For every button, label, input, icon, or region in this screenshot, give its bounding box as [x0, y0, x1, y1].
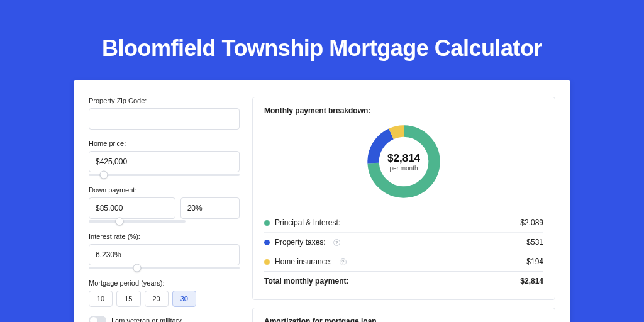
period-btn-20[interactable]: 20 — [145, 291, 169, 307]
legend-label: Home insurance: — [275, 257, 332, 266]
down-payment-label: Down payment: — [89, 186, 240, 194]
help-icon[interactable]: ? — [333, 239, 340, 246]
period-buttons: 10 15 20 30 — [89, 291, 240, 307]
legend-value: $194 — [526, 257, 543, 266]
veteran-row: I am veteran or military — [89, 316, 240, 322]
legend-label: Principal & Interest: — [275, 218, 340, 227]
interest-label: Interest rate (%): — [89, 233, 240, 240]
total-label: Total monthly payment: — [264, 277, 348, 286]
breakdown-title: Monthly payment breakdown: — [264, 106, 543, 115]
veteran-toggle[interactable] — [89, 316, 106, 322]
zip-label: Property Zip Code: — [89, 97, 240, 104]
period-btn-30[interactable]: 30 — [172, 291, 196, 307]
period-btn-10[interactable]: 10 — [89, 291, 113, 307]
home-price-slider[interactable] — [89, 174, 240, 176]
total-value: $2,814 — [520, 277, 543, 286]
veteran-label: I am veteran or military — [111, 317, 182, 322]
legend-value: $531 — [526, 238, 543, 247]
breakdown-panel: Monthly payment breakdown: $2,814 per mo… — [252, 97, 555, 300]
interest-slider[interactable] — [89, 267, 240, 269]
donut-amount: $2,814 — [387, 152, 420, 165]
legend-row: Home insurance:?$194 — [264, 252, 543, 271]
amortization-title: Amortization for mortgage loan — [264, 317, 543, 322]
down-payment-pct-input[interactable] — [180, 197, 240, 219]
down-payment-slider[interactable] — [89, 220, 186, 223]
slider-thumb[interactable] — [133, 264, 141, 272]
amortization-panel: Amortization for mortgage loan Amortizat… — [252, 308, 555, 322]
legend-dot — [264, 220, 270, 226]
page-title: Bloomfield Township Mortgage Calculator — [0, 0, 644, 80]
down-payment-amount-input[interactable] — [89, 197, 175, 219]
zip-input[interactable] — [89, 108, 240, 130]
slider-thumb[interactable] — [100, 171, 108, 179]
results-column: Monthly payment breakdown: $2,814 per mo… — [252, 97, 555, 322]
donut-sub: per month — [387, 165, 420, 172]
period-btn-15[interactable]: 15 — [116, 291, 140, 307]
calculator-card: Property Zip Code: Home price: Down paym… — [74, 80, 570, 322]
field-zip: Property Zip Code: — [89, 97, 240, 130]
field-down-payment: Down payment: — [89, 186, 240, 223]
field-period: Mortgage period (years): 10 15 20 30 — [89, 279, 240, 307]
legend-total-row: Total monthly payment: $2,814 — [264, 271, 543, 291]
period-label: Mortgage period (years): — [89, 279, 240, 287]
home-price-input[interactable] — [89, 151, 240, 172]
legend-label: Property taxes: — [275, 238, 326, 247]
legend-dot — [264, 240, 270, 245]
help-icon[interactable]: ? — [340, 258, 347, 265]
slider-thumb[interactable] — [116, 218, 124, 226]
donut-chart: $2,814 per month — [264, 121, 543, 202]
legend-value: $2,089 — [520, 218, 543, 227]
legend-dot — [264, 259, 270, 265]
donut-center: $2,814 per month — [387, 152, 420, 172]
form-column: Property Zip Code: Home price: Down paym… — [89, 97, 240, 322]
legend-row: Principal & Interest:$2,089 — [264, 213, 543, 232]
field-home-price: Home price: — [89, 140, 240, 176]
home-price-label: Home price: — [89, 140, 240, 147]
field-interest: Interest rate (%): — [89, 233, 240, 269]
interest-input[interactable] — [89, 244, 240, 265]
legend-row: Property taxes:?$531 — [264, 232, 543, 252]
